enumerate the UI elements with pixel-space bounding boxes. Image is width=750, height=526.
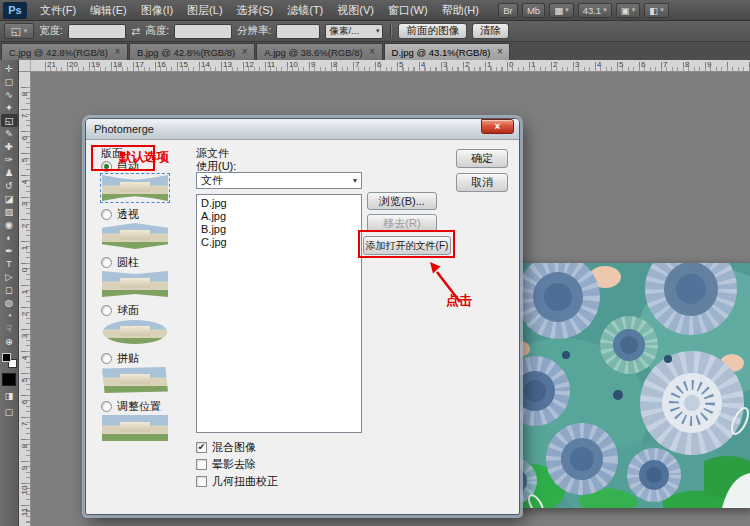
tab-close-icon[interactable]: × <box>495 47 504 57</box>
layout-option-auto[interactable]: 自动 <box>101 159 185 174</box>
document-tab[interactable]: D.jpg @ 43.1%(RGB/8)× <box>384 43 511 60</box>
healing-brush-tool[interactable]: ✚ <box>1 140 18 153</box>
dialog-titlebar[interactable]: Photomerge × <box>86 119 519 140</box>
file-list-item[interactable]: C.jpg <box>201 236 361 249</box>
document-tab[interactable]: C.jpg @ 42.8%(RGB/8)× <box>1 43 128 60</box>
front-image-button[interactable]: 前面的图像 <box>398 23 467 39</box>
menu-item[interactable]: 视图(V) <box>330 0 381 21</box>
brush-tool[interactable]: ✑ <box>1 153 18 166</box>
ruler-number: 6 <box>377 61 381 69</box>
screen-mode-toggle[interactable]: ▢ <box>1 405 18 418</box>
layout-option-cylindrical[interactable]: 圆柱 <box>101 255 185 270</box>
tool-preset-button[interactable]: ◱ ▾ <box>4 23 34 39</box>
panorama-preview-image <box>102 415 168 441</box>
layout-option-spherical[interactable]: 球面 <box>101 303 185 318</box>
document-tab[interactable]: A.jpg @ 38.6%(RGB/8)× <box>256 43 382 60</box>
resolution-input[interactable] <box>276 24 320 39</box>
type-tool[interactable]: T <box>1 257 18 270</box>
menu-item[interactable]: 选择(S) <box>230 0 281 21</box>
height-input[interactable] <box>174 24 232 39</box>
zoom-tool[interactable]: ⊕ <box>1 335 18 348</box>
ok-button[interactable]: 确定 <box>456 149 508 168</box>
view-extras-button[interactable]: ▦▾ <box>549 3 574 18</box>
ruler-number: 9 <box>707 61 711 69</box>
eraser-tool[interactable]: ◪ <box>1 192 18 205</box>
swap-dimensions-icon[interactable]: ⇄ <box>131 25 140 38</box>
blur-tool[interactable]: ◉ <box>1 218 18 231</box>
tab-close-icon[interactable]: × <box>368 47 377 57</box>
use-select[interactable]: 文件 ▾ <box>196 172 362 189</box>
ruler-corner <box>19 60 31 72</box>
tool-list: ✛▢∿✦◱✎✚✑♟↺◪▨◉◐✒T▷◻◍◔☟⊕ <box>1 62 18 348</box>
foreground-color-swatch[interactable] <box>2 353 11 362</box>
use-select-caret-icon: ▾ <box>353 176 357 185</box>
color-swatches[interactable] <box>2 353 17 368</box>
layout-option-reposition[interactable]: 调整位置 <box>101 399 185 414</box>
menu-item[interactable]: 图层(L) <box>180 0 229 21</box>
launch-bridge-button[interactable]: Br <box>498 3 518 18</box>
geometric-distortion-checkbox[interactable]: 几何扭曲校正 <box>196 473 278 490</box>
lasso-tool[interactable]: ∿ <box>1 88 18 101</box>
tool-preset-caret-icon: ▾ <box>24 27 28 35</box>
panorama-preview-image <box>102 367 168 393</box>
clone-stamp-tool[interactable]: ♟ <box>1 166 18 179</box>
launch-mini-bridge-button[interactable]: Mb <box>522 3 545 18</box>
dialog-close-button[interactable]: × <box>481 119 514 134</box>
menu-item[interactable]: 文件(F) <box>33 0 83 21</box>
crop-tool[interactable]: ◱ <box>1 114 18 127</box>
document-image-sunflowers[interactable] <box>508 263 750 508</box>
3d-rotate-tool[interactable]: ◍ <box>1 296 18 309</box>
radio-button <box>101 161 112 172</box>
remove-button: 移去(R) <box>367 214 437 232</box>
source-file-list[interactable]: D.jpgA.jpgB.jpgC.jpg <box>196 194 362 433</box>
ruler-number: 5 <box>619 61 623 69</box>
ruler-number: 3 <box>20 199 30 210</box>
menu-item[interactable]: 滤镜(T) <box>280 0 330 21</box>
menu-item[interactable]: 窗口(W) <box>381 0 435 21</box>
menu-item[interactable]: 帮助(H) <box>435 0 486 21</box>
foreground-color-large-swatch[interactable] <box>2 373 16 386</box>
rotate-view-tool[interactable]: ◔ <box>1 309 18 322</box>
dodge-tool[interactable]: ◐ <box>1 231 18 244</box>
menu-item[interactable]: 图像(I) <box>134 0 180 21</box>
path-selection-tool[interactable]: ▷ <box>1 270 18 283</box>
quick-selection-tool[interactable]: ✦ <box>1 101 18 114</box>
file-list-item[interactable]: A.jpg <box>201 210 361 223</box>
quick-mask-button[interactable]: ◨ <box>1 389 18 402</box>
unit-value: 像素/... <box>329 25 359 38</box>
cancel-button[interactable]: 取消 <box>456 173 508 192</box>
history-brush-tool[interactable]: ↺ <box>1 179 18 192</box>
shape-tool[interactable]: ◻ <box>1 283 18 296</box>
browse-button[interactable]: 浏览(B)... <box>367 192 437 210</box>
blend-images-checkbox[interactable]: ✔混合图像 <box>196 439 278 456</box>
file-list-item[interactable]: B.jpg <box>201 223 361 236</box>
gradient-tool[interactable]: ▨ <box>1 205 18 218</box>
zoom-level-select[interactable]: 43.1▾ <box>578 3 612 18</box>
vignette-removal-checkbox[interactable]: 晕影去除 <box>196 456 278 473</box>
layout-options: 自动透视圆柱球面拼贴调整位置 <box>101 159 185 447</box>
ruler-number: 4 <box>597 61 601 69</box>
tab-close-icon[interactable]: × <box>240 47 249 57</box>
document-tab[interactable]: B.jpg @ 42.8%(RGB/8)× <box>129 43 255 60</box>
add-open-files-button[interactable]: 添加打开的文件(F) <box>363 236 451 255</box>
file-list-item[interactable]: D.jpg <box>201 197 361 210</box>
horizontal-ruler[interactable]: 2120191817161514131211109876543210123456… <box>19 60 750 72</box>
tab-close-icon[interactable]: × <box>113 47 122 57</box>
layout-option-collage[interactable]: 拼贴 <box>101 351 185 366</box>
resolution-unit-select[interactable]: 像素/... ▾ <box>325 24 383 39</box>
panorama-preview-image <box>102 271 168 297</box>
move-tool[interactable]: ✛ <box>1 62 18 75</box>
menu-item[interactable]: 编辑(E) <box>83 0 134 21</box>
marquee-tool[interactable]: ▢ <box>1 75 18 88</box>
checkbox-box: ✔ <box>196 442 207 453</box>
pen-tool[interactable]: ✒ <box>1 244 18 257</box>
arrange-documents-button[interactable]: ▣▾ <box>616 3 641 18</box>
hand-tool[interactable]: ☟ <box>1 322 18 335</box>
screen-mode-button[interactable]: ◧▾ <box>644 3 669 18</box>
use-select-value: 文件 <box>201 173 223 188</box>
eyedropper-tool[interactable]: ✎ <box>1 127 18 140</box>
layout-option-perspective[interactable]: 透视 <box>101 207 185 222</box>
vertical-ruler[interactable]: 8765432101234567891011 <box>19 72 31 526</box>
clear-button[interactable]: 清除 <box>472 23 509 39</box>
width-input[interactable] <box>68 24 126 39</box>
